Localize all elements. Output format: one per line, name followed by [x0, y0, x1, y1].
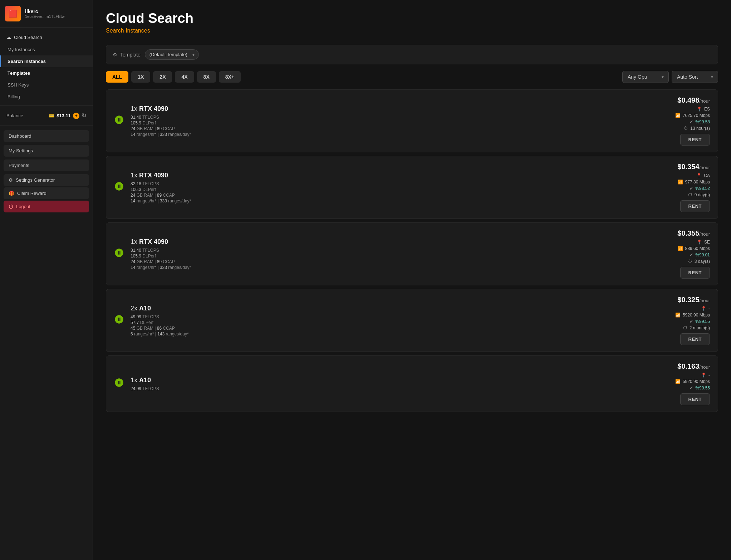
location-icon: 📍: [701, 373, 706, 378]
reliability-val: %99.55: [695, 385, 710, 390]
gpu-count: 1x: [131, 172, 139, 179]
reliability-row: ✔ %99.55: [690, 385, 710, 390]
card-specs: 24.99 TFLOPS: [131, 386, 633, 391]
price-unit: /hour: [699, 165, 710, 170]
balance-add-button[interactable]: +: [73, 113, 79, 119]
rent-button[interactable]: RENT: [680, 200, 710, 212]
settings-icon: ⚙: [113, 52, 117, 58]
rent-button[interactable]: RENT: [680, 333, 710, 345]
wallet-icon: 💳: [49, 113, 54, 118]
duration-row: ⏱ 3 day(s): [688, 259, 710, 264]
rent-button[interactable]: RENT: [680, 134, 710, 146]
card-specs: 82.18 TFLOPS 106.3 DLPerf 24 GB RAM | 89…: [131, 181, 633, 203]
dlperf-spec: 105.9 DLPerf: [131, 254, 633, 259]
dashboard-button[interactable]: Dashboard: [4, 130, 89, 142]
nvidia-icon: [114, 314, 125, 326]
rent-button[interactable]: RENT: [680, 267, 710, 279]
dlperf-spec: 57.7 DLPerf: [131, 320, 633, 325]
reliability-row: ✔ %99.01: [690, 252, 710, 257]
location-icon: 📍: [696, 173, 702, 178]
balance-row: Balance 💳 $13.11 + ↻: [0, 109, 93, 123]
location-row: 📍 -: [701, 306, 710, 311]
price-unit: /hour: [699, 364, 710, 370]
sidebar-item-billing[interactable]: Billing: [0, 91, 93, 103]
cloud-icon: ☁: [6, 35, 11, 40]
ranges-spec: 14 ranges/hr* | 333 ranges/day*: [131, 198, 633, 203]
reliability-row: ✔ %98.52: [690, 186, 710, 191]
reliability-val: %98.52: [695, 186, 710, 191]
price-unit: /hour: [699, 231, 710, 237]
sort-filter-wrapper[interactable]: Auto Sort Price Asc Price Desc Reliabili…: [672, 71, 718, 83]
price: $0.355/hour: [677, 229, 710, 237]
clock-icon: ⏱: [688, 259, 692, 264]
ram-ccap-spec: 24 GB RAM | 89 CCAP: [131, 193, 633, 198]
price: $0.354/hour: [677, 163, 710, 171]
check-icon: ✔: [690, 186, 693, 191]
card-title: 1x RTX 4090: [131, 172, 633, 179]
dlperf-spec: 106.3 DLPerf: [131, 187, 633, 192]
card-main: 1x A10 24.99 TFLOPS: [131, 377, 633, 391]
check-icon: ✔: [690, 385, 693, 390]
card-title: 1x RTX 4090: [131, 238, 633, 246]
price: $0.163/hour: [677, 362, 710, 370]
check-icon: ✔: [690, 252, 693, 257]
gpu-filter-wrapper[interactable]: Any Gpu RTX 4090 A10 A100 H100: [622, 71, 669, 83]
card-main: 1x RTX 4090 81.40 TFLOPS 105.9 DLPerf 24…: [131, 238, 633, 270]
card-right: $0.163/hour 📍 - 📶 5920.90 Mbps ✔ %99.55: [638, 362, 710, 405]
location-row: 📍 ES: [697, 107, 710, 112]
card-specs: 49.99 TFLOPS 57.7 DLPerf 45 GB RAM | 86 …: [131, 314, 633, 337]
refresh-button[interactable]: ↻: [82, 112, 86, 119]
duration-val: 3 day(s): [695, 259, 710, 264]
nvidia-icon: [114, 115, 125, 127]
bandwidth-row: 📶 977.80 Mbps: [678, 180, 710, 185]
sidebar-cloud-search-header[interactable]: ☁ Cloud Search: [0, 31, 93, 44]
location-val: CA: [704, 173, 710, 178]
gpu-count: 2x: [131, 305, 139, 312]
power-icon: ⏻: [9, 204, 13, 209]
nvidia-icon: [114, 181, 125, 193]
logout-button[interactable]: ⏻ Logout: [4, 201, 89, 212]
duration-row: ⏱ 2 month(s): [683, 325, 710, 330]
mult-2x-button[interactable]: 2X: [153, 71, 172, 83]
mult-8xplus-button[interactable]: 8X+: [219, 71, 241, 83]
mult-all-button[interactable]: ALL: [106, 71, 128, 83]
sidebar: 🟥 ilkerc 1eosEvve...m1TLFBtw ☁ Cloud Sea…: [0, 0, 93, 560]
mult-8x-button[interactable]: 8X: [197, 71, 216, 83]
wifi-icon: 📶: [678, 180, 683, 185]
tflops-spec: 82.18 TFLOPS: [131, 181, 633, 186]
template-gear-icon: ⚙ Template: [113, 52, 141, 58]
gpu-count: 1x: [131, 238, 139, 245]
wifi-icon: 📶: [678, 246, 683, 251]
sidebar-item-search-instances[interactable]: Search Instances: [0, 55, 93, 67]
multiplier-bar: ALL 1X 2X 4X 8X 8X+ Any Gpu RTX 4090 A10…: [106, 71, 718, 83]
my-settings-button[interactable]: My Settings: [4, 145, 89, 157]
sidebar-item-templates[interactable]: Templates: [0, 67, 93, 79]
gpu-count: 1x: [131, 105, 139, 112]
sidebar-item-ssh-keys[interactable]: SSH Keys: [0, 79, 93, 91]
card-title: 1x RTX 4090: [131, 105, 633, 113]
location-icon: 📍: [701, 306, 706, 311]
gpu-model: RTX 4090: [139, 105, 168, 112]
gift-icon: 🎁: [9, 191, 14, 196]
card-info-block: $0.354/hour 📍 CA 📶 977.80 Mbps ✔ %98.52: [677, 163, 710, 212]
mult-4x-button[interactable]: 4X: [175, 71, 194, 83]
reliability-row: ✔ %99.55: [690, 319, 710, 324]
settings-generator-button[interactable]: ⚙ Settings Generator: [4, 174, 89, 186]
template-select-wrapper[interactable]: (Default Template): [145, 49, 199, 60]
gear-icon: ⚙: [9, 177, 13, 183]
claim-reward-button[interactable]: 🎁 Claim Reward: [4, 187, 89, 199]
ranges-spec: 14 ranges/hr* | 333 ranges/day*: [131, 132, 633, 137]
card-main: 2x A10 49.99 TFLOPS 57.7 DLPerf 45 GB RA…: [131, 305, 633, 337]
gpu-filter-select[interactable]: Any Gpu RTX 4090 A10 A100 H100: [622, 71, 669, 83]
rent-button[interactable]: RENT: [680, 393, 710, 405]
card-meta: 📍 SE 📶 889.60 Mbps ✔ %99.01 ⏱ 3 day(s): [678, 240, 710, 264]
bandwidth-row: 📶 889.60 Mbps: [678, 246, 710, 251]
balance-label: Balance: [6, 113, 23, 118]
mult-1x-button[interactable]: 1X: [131, 71, 150, 83]
sidebar-item-my-instances[interactable]: My Instances: [0, 44, 93, 55]
template-select[interactable]: (Default Template): [145, 49, 199, 60]
price-unit: /hour: [699, 98, 710, 104]
payments-button[interactable]: Payments: [4, 159, 89, 171]
duration-val: 9 day(s): [695, 192, 710, 197]
sort-filter-select[interactable]: Auto Sort Price Asc Price Desc Reliabili…: [672, 71, 718, 83]
